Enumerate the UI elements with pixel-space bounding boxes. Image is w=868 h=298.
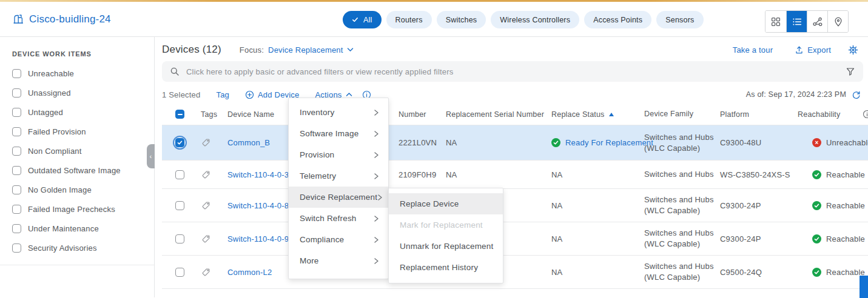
- submenu-item-label: Replace Device: [400, 199, 459, 208]
- tag-icon[interactable]: [201, 200, 211, 211]
- checkbox[interactable]: [12, 127, 21, 136]
- reachability-text: Unreachable: [826, 138, 868, 147]
- checkbox[interactable]: [12, 185, 21, 194]
- tag-icon[interactable]: [201, 170, 211, 180]
- reachability-cell: Reachable: [798, 170, 868, 179]
- table-settings-button[interactable]: [848, 45, 858, 55]
- row-checkbox[interactable]: [175, 138, 184, 147]
- menu-item-compliance[interactable]: Compliance: [289, 229, 388, 250]
- tag-icon[interactable]: [201, 137, 211, 148]
- export-button[interactable]: Export: [795, 45, 831, 55]
- row-checkbox[interactable]: [175, 201, 184, 210]
- device-name-link[interactable]: Common-L2: [227, 268, 272, 277]
- sidebar-item-untagged[interactable]: Untagged: [12, 102, 154, 122]
- checkbox[interactable]: [12, 108, 21, 117]
- tag-icon[interactable]: [201, 267, 211, 277]
- table-row: Switch-110-4-0-8NASwitches and Hubs (WLC…: [162, 189, 868, 222]
- checkbox[interactable]: [12, 88, 21, 98]
- filter-pill-access-points[interactable]: Access Points: [584, 11, 651, 28]
- column-header-tags[interactable]: Tags: [196, 110, 227, 119]
- filter-pill-all[interactable]: All: [343, 11, 382, 28]
- column-header-platform[interactable]: Platform: [720, 110, 798, 119]
- view-toggle-group: [765, 10, 849, 33]
- reachability-info-icon[interactable]: [863, 110, 868, 119]
- sidebar-item-security-advisories[interactable]: Security Advisories: [12, 238, 154, 257]
- selected-count: 1 Selected: [162, 90, 200, 99]
- menu-item-telemetry[interactable]: Telemetry: [289, 165, 388, 187]
- table-row: Switch-110-4-0-9NASwitches and Hubs (WLC…: [162, 222, 868, 256]
- topology-view-icon: [812, 16, 823, 27]
- take-a-tour-link[interactable]: Take a tour: [733, 45, 773, 55]
- checkbox[interactable]: [12, 205, 21, 214]
- sidebar-heading: DEVICE WORK ITEMS: [12, 49, 154, 59]
- menu-item-inventory[interactable]: Inventory: [289, 102, 388, 123]
- checkbox[interactable]: [12, 69, 21, 78]
- device-name-link[interactable]: Switch-110-4-0-3: [227, 170, 289, 179]
- row-checkbox[interactable]: [175, 234, 184, 243]
- sidebar-item-outdated-software-image[interactable]: Outdated Software Image: [12, 161, 154, 180]
- topology-view-button[interactable]: [807, 11, 827, 32]
- checkbox[interactable]: [12, 147, 21, 156]
- device-name-link[interactable]: Switch-110-4-0-8: [227, 201, 289, 210]
- menu-item-provision[interactable]: Provision: [289, 144, 388, 165]
- sidebar-item-label: Unreachable: [28, 69, 74, 78]
- column-header-device-family[interactable]: Device Family: [644, 109, 720, 119]
- map-view-button[interactable]: [827, 11, 848, 32]
- device-family-cell: Switches and Hubs (WLC Capable): [644, 132, 720, 153]
- focus-dropdown[interactable]: Device Replacement: [268, 45, 354, 55]
- menu-item-more[interactable]: More: [289, 250, 388, 271]
- menu-item-software-image[interactable]: Software Image: [289, 123, 388, 144]
- sidebar-item-label: Unassigned: [28, 88, 71, 98]
- page-title-row: Devices (12) Focus: Device Replacement T…: [162, 38, 868, 61]
- submenu-item-label: Mark for Replacement: [400, 220, 483, 230]
- menu-item-switch-refresh[interactable]: Switch Refresh: [289, 208, 388, 229]
- submenu-item-replace-device[interactable]: Replace Device: [389, 193, 503, 214]
- reachable-icon: [812, 170, 821, 179]
- search-input[interactable]: [186, 67, 839, 76]
- chevron-right-icon: [374, 257, 379, 265]
- scrollbar-thumb[interactable]: [860, 276, 868, 298]
- sidebar-item-non-compliant[interactable]: Non Compliant: [12, 141, 154, 161]
- checkbox[interactable]: [12, 243, 21, 253]
- actions-menu: InventorySoftware ImageProvisionTelemetr…: [288, 98, 389, 279]
- replace-status-link[interactable]: Ready For Replacement: [565, 138, 653, 147]
- sidebar-item-label: Non Compliant: [28, 147, 82, 156]
- filter-pill-switches[interactable]: Switches: [437, 11, 486, 28]
- submenu-item-label: Replacement History: [400, 263, 478, 272]
- checkbox[interactable]: [12, 166, 21, 175]
- row-select-cell: [162, 234, 196, 243]
- column-header-replacement-serial-number[interactable]: Replacement Serial Number: [446, 110, 551, 119]
- sidebar-collapse-handle[interactable]: ‹: [147, 144, 155, 168]
- submenu-item-unmark-for-replacement[interactable]: Unmark for Replacement: [389, 236, 503, 257]
- select-all-checkbox[interactable]: [175, 110, 184, 119]
- menu-item-device-replacement[interactable]: Device Replacement: [289, 187, 388, 208]
- sidebar-item-under-maintenance[interactable]: Under Maintenance: [12, 219, 154, 238]
- grid-view-button[interactable]: [765, 11, 786, 32]
- tag-icon[interactable]: [201, 234, 211, 244]
- sidebar-item-failed-provision[interactable]: Failed Provision: [12, 122, 154, 141]
- filter-pill-sensors[interactable]: Sensors: [656, 11, 703, 28]
- row-tags-cell: [196, 170, 227, 180]
- sidebar-item-no-golden-image[interactable]: No Golden Image: [12, 180, 154, 199]
- filter-pill-routers[interactable]: Routers: [386, 11, 432, 28]
- sidebar-item-unassigned[interactable]: Unassigned: [12, 83, 154, 102]
- checkbox[interactable]: [12, 224, 21, 233]
- column-header-reachability[interactable]: Reachability: [798, 110, 868, 119]
- site-selector[interactable]: Cisco-buidling-24: [12, 13, 111, 25]
- sidebar-item-unreachable[interactable]: Unreachable: [12, 64, 154, 83]
- column-header-number[interactable]: Number: [399, 110, 446, 119]
- chevron-right-icon: [374, 236, 379, 243]
- filter-pill-wireless-controllers[interactable]: Wireless Controllers: [491, 11, 579, 28]
- device-name-link[interactable]: Switch-110-4-0-9: [227, 234, 289, 243]
- submenu-item-replacement-history[interactable]: Replacement History: [389, 257, 503, 278]
- row-checkbox[interactable]: [175, 268, 184, 277]
- refresh-icon[interactable]: [852, 90, 861, 99]
- tag-button[interactable]: Tag: [216, 90, 229, 99]
- device-name-link[interactable]: Common_B: [227, 138, 270, 147]
- column-header-replace-status[interactable]: Replace Status: [551, 110, 644, 119]
- row-checkbox[interactable]: [175, 170, 184, 179]
- filter-funnel-icon[interactable]: [846, 67, 855, 76]
- list-view-button[interactable]: [786, 11, 807, 32]
- replacement-serial-cell: NA: [446, 170, 551, 179]
- sidebar-item-failed-image-prechecks[interactable]: Failed Image Prechecks: [12, 199, 154, 219]
